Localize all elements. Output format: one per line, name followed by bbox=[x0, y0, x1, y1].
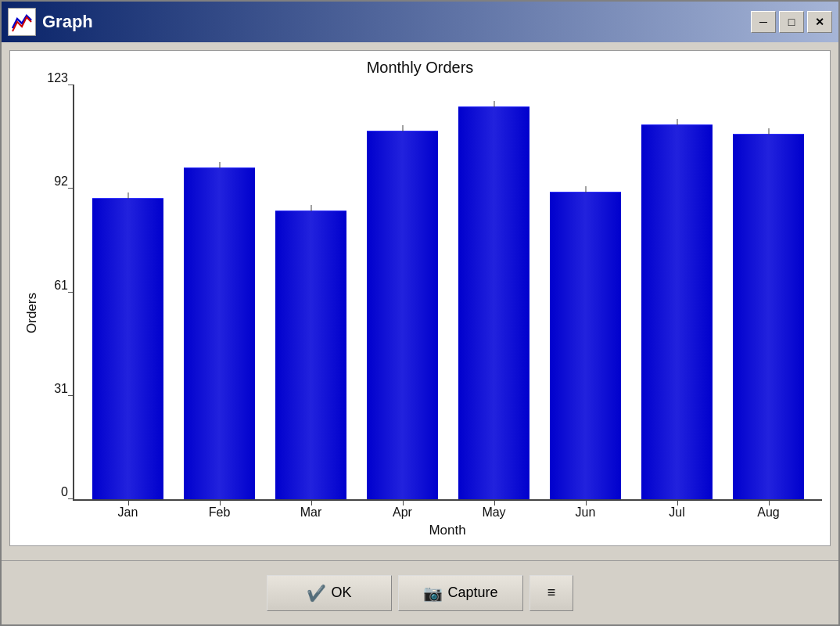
content-area: Monthly Orders Orders 1239261310 bbox=[2, 42, 838, 554]
bar bbox=[641, 124, 713, 499]
bar bbox=[550, 192, 621, 499]
x-label: Jan bbox=[82, 501, 174, 520]
bar-group bbox=[174, 85, 265, 499]
close-button[interactable]: ✕ bbox=[807, 11, 832, 33]
x-label: Mar bbox=[265, 501, 357, 520]
window-icon bbox=[8, 8, 36, 36]
bar-top-tick bbox=[311, 205, 311, 211]
bar bbox=[92, 198, 163, 499]
y-ticks: 1239261310 bbox=[41, 85, 73, 501]
ok-button[interactable]: ✔️ OK bbox=[267, 575, 392, 611]
chart-title: Monthly Orders bbox=[18, 59, 822, 77]
ok-label: OK bbox=[331, 585, 351, 601]
chart-inner: 1239261310 JanFebMarAprMayJunJulAug Mont… bbox=[41, 85, 822, 541]
bar bbox=[367, 131, 438, 499]
bars-area bbox=[73, 85, 822, 501]
bar bbox=[733, 134, 804, 499]
bar-top-tick bbox=[585, 186, 586, 192]
chart-container: Monthly Orders Orders 1239261310 bbox=[9, 50, 831, 546]
bar bbox=[184, 167, 255, 499]
bar-top-tick bbox=[127, 192, 128, 199]
x-axis-area: JanFebMarAprMayJunJulAug bbox=[73, 501, 822, 520]
ok-icon: ✔️ bbox=[307, 584, 326, 603]
bar-group bbox=[82, 85, 174, 499]
x-label: Aug bbox=[723, 501, 814, 520]
x-labels: JanFebMarAprMayJunJulAug bbox=[73, 501, 822, 520]
y-tick: 92 bbox=[41, 188, 73, 189]
capture-icon: 📷 bbox=[423, 584, 443, 603]
bar-top-tick bbox=[494, 101, 494, 107]
title-bar: Graph ─ □ ✕ bbox=[2, 2, 838, 42]
bar-group bbox=[540, 85, 631, 499]
maximize-button[interactable]: □ bbox=[779, 11, 804, 33]
capture-button[interactable]: 📷 Capture bbox=[398, 575, 523, 611]
y-tick: 123 bbox=[41, 85, 73, 85]
bar-top-tick bbox=[768, 128, 769, 135]
x-label: Apr bbox=[357, 501, 448, 520]
bar bbox=[275, 210, 346, 499]
bar-group bbox=[448, 85, 540, 499]
x-label: Jul bbox=[631, 501, 723, 520]
y-axis-label: Orders bbox=[18, 85, 41, 541]
main-window: Graph ─ □ ✕ Monthly Orders Orders 123926… bbox=[0, 0, 840, 626]
bar-group bbox=[265, 85, 357, 499]
x-label: May bbox=[448, 501, 540, 520]
bars-wrapper bbox=[74, 85, 822, 499]
y-tick: 0 bbox=[41, 498, 73, 499]
x-axis-title: Month bbox=[73, 520, 822, 541]
bar-top-tick bbox=[677, 119, 677, 125]
bar-group bbox=[631, 85, 723, 499]
chart-body: Orders 1239261310 bbox=[18, 85, 822, 541]
minimize-button[interactable]: ─ bbox=[751, 11, 776, 33]
bottom-bar: ✔️ OK 📷 Capture ≡ bbox=[2, 560, 838, 624]
bar-group bbox=[357, 85, 448, 499]
x-label: Jun bbox=[540, 501, 631, 520]
plot-area: 1239261310 bbox=[41, 85, 822, 501]
bar-top-tick bbox=[402, 125, 403, 131]
y-tick: 61 bbox=[41, 292, 73, 293]
capture-label: Capture bbox=[447, 585, 497, 601]
bar bbox=[458, 106, 529, 499]
bar-top-tick bbox=[219, 162, 220, 168]
y-tick: 31 bbox=[41, 395, 73, 396]
menu-icon: ≡ bbox=[547, 585, 556, 601]
bar-group bbox=[723, 85, 814, 499]
menu-button[interactable]: ≡ bbox=[529, 575, 573, 611]
window-title: Graph bbox=[42, 12, 745, 32]
window-controls: ─ □ ✕ bbox=[751, 11, 832, 33]
x-label: Feb bbox=[174, 501, 265, 520]
